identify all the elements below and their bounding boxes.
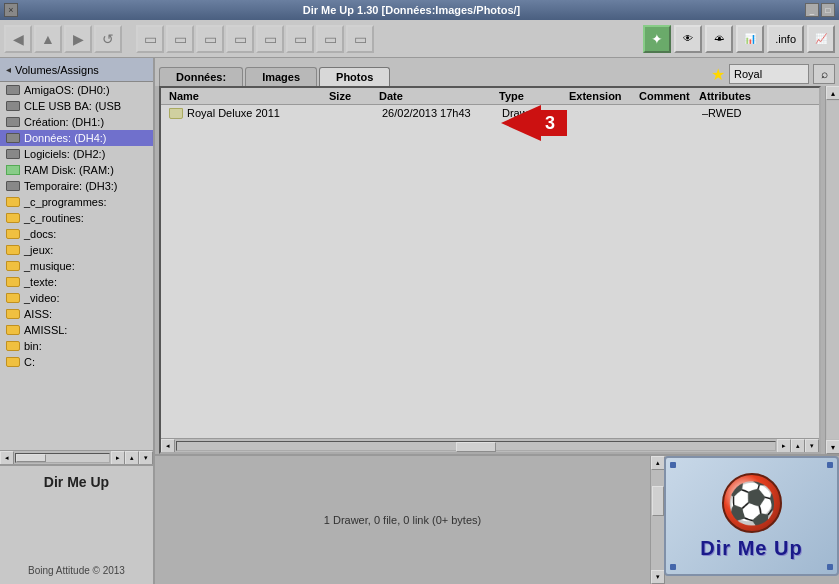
volumes-arrow-icon: ◂ xyxy=(6,64,11,75)
up-icon: ▲ xyxy=(41,31,55,47)
vscroll-up-btn[interactable]: ▴ xyxy=(125,451,139,465)
volume-item[interactable]: Logiciels: (DH2:) xyxy=(0,146,153,162)
volume-label: C: xyxy=(24,356,35,368)
volume-item[interactable]: AMISSL: xyxy=(0,322,153,338)
vscroll-track xyxy=(827,101,839,439)
action-btn-8[interactable]: ▭ xyxy=(346,25,374,53)
action-btn-3[interactable]: ▭ xyxy=(196,25,224,53)
bscroll-thumb[interactable] xyxy=(652,486,664,516)
vscroll-down-btn2[interactable]: ▾ xyxy=(805,439,819,453)
volume-item[interactable]: _c_routines: xyxy=(0,210,153,226)
tab-images[interactable]: Images xyxy=(245,67,317,86)
bottom-scroll-area: ▴ ▾ xyxy=(650,456,664,584)
action-btn-5[interactable]: ▭ xyxy=(256,25,284,53)
volume-item[interactable]: Création: (DH1:) xyxy=(0,114,153,130)
hscroll-left-btn[interactable]: ◂ xyxy=(0,451,14,465)
col-date: Date xyxy=(379,90,499,102)
action-btn-6[interactable]: ▭ xyxy=(286,25,314,53)
minimize-button[interactable]: _ xyxy=(805,3,819,17)
volumes-list[interactable]: AmigaOS: (DH0:)CLE USB BA: (USBCréation:… xyxy=(0,82,153,450)
volume-label: _c_programmes: xyxy=(24,196,107,208)
vscroll-top-btn[interactable]: ▴ xyxy=(826,86,840,100)
volume-item[interactable]: _texte: xyxy=(0,274,153,290)
chart-button[interactable]: 📈 xyxy=(807,25,835,53)
volume-item[interactable]: _jeux: xyxy=(0,242,153,258)
maximize-button[interactable]: □ xyxy=(821,3,835,17)
search-icon: ⌕ xyxy=(821,67,828,81)
bscroll-up-btn[interactable]: ▴ xyxy=(651,456,665,470)
copyright-text: Boing Attitude © 2013 xyxy=(28,565,125,576)
up-button[interactable]: ▲ xyxy=(34,25,62,53)
bscroll-down-btn[interactable]: ▾ xyxy=(651,570,665,584)
logo-corner-br xyxy=(827,564,833,570)
folder-icon xyxy=(6,325,20,335)
hscroll-thumb[interactable] xyxy=(456,442,496,452)
action-btn-4[interactable]: ▭ xyxy=(226,25,254,53)
volume-item[interactable]: Temporaire: (DH3:) xyxy=(0,178,153,194)
toolbar-right: ✦ 👁 👁 📊 .info 📈 xyxy=(643,25,835,53)
eye-icon-2: 👁 xyxy=(715,34,724,44)
eye-btn-1[interactable]: 👁 xyxy=(674,25,702,53)
back-button[interactable]: ◀ xyxy=(4,25,32,53)
folder-icon xyxy=(6,197,20,207)
action-btn-7[interactable]: ▭ xyxy=(316,25,344,53)
action-btn-2[interactable]: ▭ xyxy=(166,25,194,53)
volume-item[interactable]: RAM Disk: (RAM:) xyxy=(0,162,153,178)
volume-label: AmigaOS: (DH0:) xyxy=(24,84,110,96)
hd-icon xyxy=(6,85,20,95)
volume-label: bin: xyxy=(24,340,42,352)
eye-btn-3[interactable]: 📊 xyxy=(736,25,764,53)
logo-corner-bl xyxy=(670,564,676,570)
hd-icon xyxy=(6,117,20,127)
volume-item[interactable]: _video: xyxy=(0,290,153,306)
special-icon: ✦ xyxy=(651,31,663,47)
volume-item[interactable]: _c_programmes: xyxy=(0,194,153,210)
file-area: Name Size Date Type Extension Comment At… xyxy=(159,86,821,454)
close-button[interactable]: × xyxy=(4,3,18,17)
volume-item[interactable]: bin: xyxy=(0,338,153,354)
volume-label: _docs: xyxy=(24,228,56,240)
hscroll-right-btn[interactable]: ▸ xyxy=(777,439,791,453)
nav-buttons: ◀ ▲ ▶ ↺ xyxy=(4,25,122,53)
volume-item[interactable]: CLE USB BA: (USB xyxy=(0,98,153,114)
volume-label: Logiciels: (DH2:) xyxy=(24,148,105,160)
hscroll-left-btn[interactable]: ◂ xyxy=(161,439,175,453)
logo-corner-tl xyxy=(670,462,676,468)
volume-item[interactable]: _musique: xyxy=(0,258,153,274)
hscroll-track xyxy=(176,441,776,451)
file-header: Name Size Date Type Extension Comment At… xyxy=(161,88,819,105)
action-btn-1[interactable]: ▭ xyxy=(136,25,164,53)
search-input[interactable] xyxy=(729,64,809,84)
volume-item[interactable]: Données: (DH4:) xyxy=(0,130,153,146)
back-icon: ◀ xyxy=(13,31,24,47)
hscroll-right-btn[interactable]: ▸ xyxy=(111,451,125,465)
info-button[interactable]: .info xyxy=(767,25,804,53)
vscroll-down-btn[interactable]: ▾ xyxy=(139,451,153,465)
vscroll-bottom-btn[interactable]: ▾ xyxy=(826,440,840,454)
special-button[interactable]: ✦ xyxy=(643,25,671,53)
action-buttons: ▭ ▭ ▭ ▭ ▭ ▭ ▭ ▭ xyxy=(136,25,374,53)
tab-bar: Données: Images Photos ★ ⌕ xyxy=(155,58,839,86)
file-hscroll: ◂ ▸ ▴ ▾ xyxy=(161,438,819,452)
forward-button[interactable]: ▶ xyxy=(64,25,92,53)
eye-btn-2[interactable]: 👁 xyxy=(705,25,733,53)
col-size: Size xyxy=(329,90,379,102)
status-text: 1 Drawer, 0 file, 0 link (0+ bytes) xyxy=(324,514,481,526)
volume-item[interactable]: _docs: xyxy=(0,226,153,242)
logo-corner-tr xyxy=(827,462,833,468)
volume-item[interactable]: C: xyxy=(0,354,153,370)
volume-label: Création: (DH1:) xyxy=(24,116,104,128)
volumes-header-label: Volumes/Assigns xyxy=(15,64,99,76)
volume-label: AMISSL: xyxy=(24,324,67,336)
logo-text: Dir Me Up xyxy=(700,537,802,560)
search-button[interactable]: ⌕ xyxy=(813,64,835,84)
hscroll-thumb[interactable] xyxy=(16,454,46,462)
reload-button[interactable]: ↺ xyxy=(94,25,122,53)
vscroll-up-btn2[interactable]: ▴ xyxy=(791,439,805,453)
tab-photos[interactable]: Photos xyxy=(319,67,390,86)
col-ext: Extension xyxy=(569,90,639,102)
tab-donnees[interactable]: Données: xyxy=(159,67,243,86)
volume-item[interactable]: AISS: xyxy=(0,306,153,322)
volume-item[interactable]: AmigaOS: (DH0:) xyxy=(0,82,153,98)
left-panel: ◂ Volumes/Assigns AmigaOS: (DH0:)CLE USB… xyxy=(0,58,155,584)
